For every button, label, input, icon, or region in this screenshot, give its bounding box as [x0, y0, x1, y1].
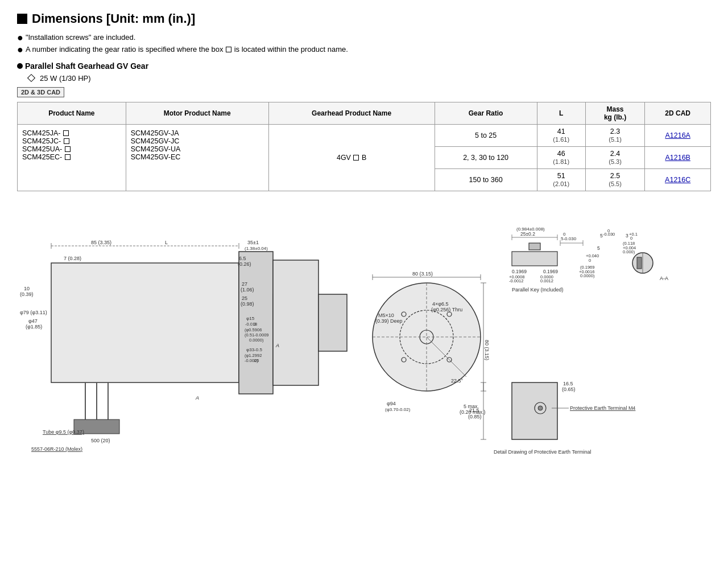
gear-ratio-1: 5 to 25 [435, 124, 537, 146]
gear-ratio-2: 2, 3, 30 to 120 [435, 146, 537, 168]
svg-text:7 (0.28): 7 (0.28) [64, 256, 81, 261]
notes-section: ● "Installation screws" are included. ● … [17, 32, 711, 56]
svg-rect-94 [637, 257, 642, 269]
technical-drawing: 10 (0.39) 85 (3.35) L 35±1 (1.38±0.04) 7… [17, 200, 711, 485]
gearhead-product-name-cell: 4GV B [268, 124, 435, 191]
L-3: 51(2.01) [537, 168, 585, 191]
svg-text:φ33-0.5: φ33-0.5 [246, 347, 262, 352]
svg-rect-0 [51, 263, 239, 383]
col-header-gearhead-product: Gearhead Product Name [268, 102, 435, 124]
table-row: SCM425JA- SCM425JC- SCM425UA- SCM425EC- … [18, 124, 711, 146]
svg-rect-73 [512, 252, 557, 266]
svg-text:500 (20): 500 (20) [91, 438, 110, 443]
svg-text:(0.65): (0.65) [562, 386, 576, 392]
svg-text:6.5: 6.5 [239, 256, 246, 261]
svg-text:(0.85): (0.85) [468, 414, 482, 420]
svg-text:-0.0012: -0.0012 [509, 278, 523, 283]
svg-point-113 [538, 406, 543, 410]
svg-text:M5×10: M5×10 [378, 312, 394, 318]
filled-circle-icon [17, 63, 23, 69]
svg-text:L: L [165, 240, 168, 245]
svg-text:A-A: A-A [660, 275, 668, 281]
svg-text:5-0.030: 5-0.030 [561, 236, 577, 241]
svg-text:(0.26): (0.26) [238, 261, 251, 267]
cad-2[interactable]: A1216B [645, 146, 711, 168]
mass-3: 2.5(5.5) [585, 168, 645, 191]
svg-text:0.0000): 0.0000) [580, 273, 595, 278]
svg-text:(φ0.5906: (φ0.5906 [245, 327, 262, 332]
L-1: 41(1.61) [537, 124, 585, 146]
cad-badge[interactable]: 2D & 3D CAD [17, 87, 64, 97]
dimensions-table: Product Name Motor Product Name Gearhead… [17, 102, 711, 191]
svg-text:Protective Earth Terminal M4: Protective Earth Terminal M4 [570, 405, 635, 411]
svg-text:φ47: φ47 [28, 318, 38, 324]
svg-text:Parallel Key (Included): Parallel Key (Included) [512, 287, 564, 293]
svg-text:85 (3.35): 85 (3.35) [91, 240, 111, 245]
col-header-product-name: Product Name [18, 102, 126, 124]
svg-text:3: 3 [626, 233, 628, 238]
svg-rect-7 [318, 294, 347, 351]
svg-text:0: 0 [589, 258, 591, 263]
svg-text:21.5: 21.5 [469, 408, 479, 413]
svg-text:0: 0 [254, 322, 256, 327]
svg-text:0: 0 [630, 236, 632, 241]
svg-rect-74 [529, 243, 540, 250]
svg-text:φ15: φ15 [246, 316, 255, 321]
page-title: Dimensions [Unit: mm (in.)] [17, 11, 711, 26]
svg-text:25±0.2: 25±0.2 [520, 231, 535, 237]
svg-text:A: A [195, 395, 199, 401]
col-header-L: L [537, 102, 585, 124]
svg-text:(0.39): (0.39) [20, 291, 34, 297]
svg-text:0.000): 0.000) [623, 249, 635, 254]
svg-text:(1.06): (1.06) [241, 287, 254, 293]
svg-text:(0.98): (0.98) [241, 301, 254, 307]
note-2: ● A number indicating the gear ratio is … [17, 44, 711, 56]
svg-text:(1.38±0.04): (1.38±0.04) [245, 246, 268, 251]
svg-text:(0.984±0.008): (0.984±0.008) [516, 227, 545, 232]
svg-text:0.1969: 0.1969 [512, 269, 527, 274]
svg-text:A: A [275, 343, 279, 348]
bullet-dot-1: ● [17, 32, 23, 43]
svg-rect-111 [512, 383, 557, 439]
svg-text:+0.040: +0.040 [586, 253, 599, 258]
cad-3[interactable]: A1216C [645, 168, 711, 191]
cad-1[interactable]: A1216A [645, 124, 711, 146]
svg-text:Detail Drawing of Protective E: Detail Drawing of Protective Earth Termi… [494, 449, 591, 455]
svg-text:φ79 (φ3.11): φ79 (φ3.11) [20, 310, 47, 315]
page-container: Dimensions [Unit: mm (in.)] ● "Installat… [17, 11, 711, 485]
svg-text:4×φ6.5: 4×φ6.5 [432, 301, 449, 307]
svg-text:22.5°: 22.5° [451, 378, 464, 384]
col-header-mass: Masskg (lb.) [585, 102, 645, 124]
note-1: ● "Installation screws" are included. [17, 32, 711, 44]
col-header-gear-ratio: Gear Ratio [435, 102, 537, 124]
mass-1: 2.3(5.1) [585, 124, 645, 146]
svg-text:(0.51-0.0009: (0.51-0.0009 [245, 332, 269, 338]
svg-text:10: 10 [24, 286, 30, 291]
bullet-dot-2: ● [17, 44, 23, 55]
svg-text:5: 5 [597, 245, 600, 251]
gear-ratio-3: 150 to 360 [435, 168, 537, 191]
svg-text:φ94: φ94 [387, 401, 396, 406]
svg-rect-6 [273, 260, 318, 385]
svg-text:80 (3.15): 80 (3.15) [412, 271, 433, 277]
product-names-cell: SCM425JA- SCM425JC- SCM425UA- SCM425EC- [18, 124, 126, 191]
svg-text:0): 0) [254, 358, 258, 363]
svg-text:Tube φ9.5 (φ0.37): Tube φ9.5 (φ0.37) [43, 429, 84, 435]
svg-text:16.5: 16.5 [563, 381, 573, 386]
svg-text:0: 0 [563, 232, 566, 237]
title-square-icon [17, 14, 27, 24]
svg-text:27: 27 [242, 281, 247, 287]
svg-text:(φ0.256) Thru: (φ0.256) Thru [431, 307, 462, 312]
svg-text:0: 0 [607, 228, 610, 233]
power-heading: 25 W (1/30 HP) [28, 74, 711, 83]
L-2: 46(1.81) [537, 146, 585, 168]
svg-text:(φ3.70-0.02): (φ3.70-0.02) [385, 407, 411, 412]
col-header-2d-cad: 2D CAD [645, 102, 711, 124]
motor-product-names-cell: SCM425GV-JA SCM425GV-JC SCM425GV-UA SCM4… [126, 124, 268, 191]
col-header-motor-product: Motor Product Name [126, 102, 268, 124]
svg-text:(φ1.2992: (φ1.2992 [245, 353, 262, 358]
section-heading: Parallel Shaft Gearhead GV Gear [17, 61, 711, 71]
diamond-icon [27, 74, 35, 82]
mass-2: 2.4(5.3) [585, 146, 645, 168]
svg-text:35±1: 35±1 [247, 240, 259, 245]
